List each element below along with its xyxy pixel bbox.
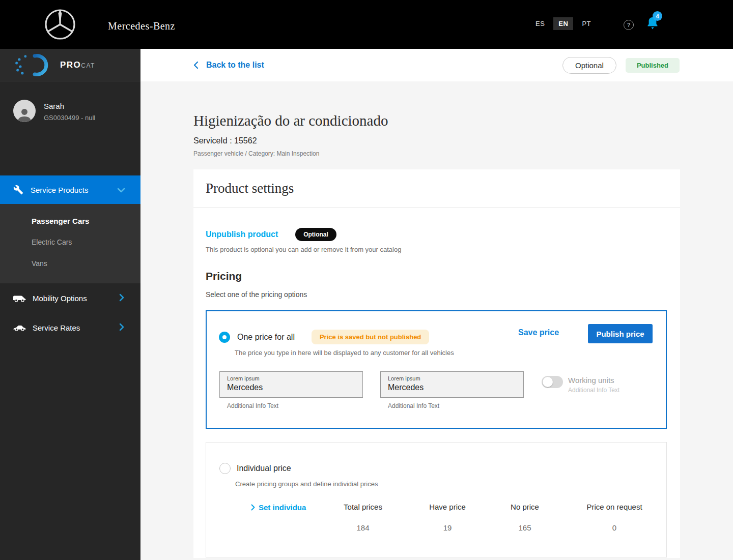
- working-units-control: Working units Additional Info Text: [542, 376, 619, 394]
- notification-count-badge: 4: [653, 11, 662, 21]
- working-units-toggle[interactable]: [542, 376, 563, 388]
- back-to-list-link[interactable]: Back to the list: [193, 61, 264, 70]
- set-individual-label: Set individua: [259, 503, 306, 512]
- publish-price-button[interactable]: Publish price: [588, 324, 653, 343]
- individual-price-description: Create pricing groups and define individ…: [235, 480, 378, 488]
- procat-wrench-icon: [15, 53, 57, 77]
- optional-button[interactable]: Optional: [562, 57, 616, 74]
- sidebar: PROCAT Sarah GS0030499 - null Service Pr…: [0, 49, 140, 560]
- mercedes-star-icon: [44, 9, 76, 42]
- one-price-radio[interactable]: [219, 332, 230, 343]
- page-title: Higienização do ar condicionado: [193, 111, 388, 130]
- lang-en[interactable]: EN: [553, 17, 573, 30]
- one-price-label: One price for all: [237, 333, 295, 342]
- service-id: ServiceId : 15562: [193, 136, 388, 145]
- set-individual-link[interactable]: Set individua: [251, 503, 306, 512]
- page-head: Higienização do ar condicionado ServiceI…: [193, 111, 388, 157]
- individual-price-label: Individual price: [237, 464, 291, 473]
- stat-total-prices: Total prices 184: [344, 503, 382, 532]
- field-helper: Additional Info Text: [227, 402, 278, 409]
- pricing-subtitle: Select one of the pricing options: [206, 290, 307, 299]
- app: Mercedes-Benz ES EN PT ? 4: [0, 0, 733, 560]
- sidebar-item-electric-cars[interactable]: Electric Cars: [0, 231, 140, 253]
- language-switcher: ES EN PT: [535, 17, 591, 30]
- sidebar-item-service-products[interactable]: Service Products: [0, 175, 140, 204]
- toggle-label: Working units: [568, 376, 619, 385]
- price-field-1[interactable]: Lorem ipsum Mercedes: [219, 371, 363, 398]
- brand-wordmark: Mercedes-Benz: [108, 20, 175, 32]
- toggle-knob: [543, 377, 553, 387]
- user-info: Sarah GS0030499 - null: [44, 100, 95, 122]
- individual-price-panel: Individual price Create pricing groups a…: [206, 442, 667, 557]
- stat-price-on-request: Price on request 0: [586, 503, 642, 532]
- service-products-submenu: Passenger Cars Electric Cars Vans: [0, 204, 140, 283]
- sidebar-item-vans[interactable]: Vans: [0, 253, 140, 274]
- chevron-right-icon: [119, 293, 124, 303]
- product-settings-card: Product settings Unpublish product Optio…: [193, 169, 680, 558]
- field-label: Lorem ipsum: [227, 375, 355, 381]
- notifications-bell[interactable]: 4: [647, 17, 659, 31]
- chevron-right-icon: [119, 323, 124, 333]
- one-price-panel: One price for all Price is saved but not…: [206, 310, 667, 429]
- sidebar-item-label: Service Products: [31, 186, 88, 194]
- action-bar-right: Optional Published: [562, 57, 680, 74]
- toggle-info: Working units Additional Info Text: [568, 376, 619, 394]
- field-label: Lorem ipsum: [388, 375, 516, 381]
- user-name: Sarah: [44, 102, 95, 110]
- field-helper: Additional Info Text: [388, 402, 439, 409]
- car-icon: [12, 324, 26, 331]
- top-header: Mercedes-Benz ES EN PT ? 4: [0, 0, 733, 49]
- chevron-right-icon: [251, 504, 255, 511]
- sidebar-item-mobility-options[interactable]: Mobility Options: [0, 283, 140, 313]
- user-profile: Sarah GS0030499 - null: [13, 100, 95, 122]
- field-value: Mercedes: [388, 383, 516, 392]
- pricing-heading: Pricing: [206, 270, 242, 282]
- stat-no-price: No price 165: [511, 503, 539, 532]
- unpublish-row: Unpublish product Optional: [206, 228, 336, 241]
- chevron-left-icon: [193, 61, 199, 69]
- procat-logo: PROCAT: [0, 49, 140, 81]
- lang-pt[interactable]: PT: [582, 20, 591, 27]
- unpublish-product-link[interactable]: Unpublish product: [206, 230, 278, 239]
- unpublish-description: This product is optional you can add or …: [206, 246, 401, 253]
- individual-price-radio[interactable]: [219, 463, 231, 474]
- one-price-row: One price for all Price is saved but not…: [219, 330, 429, 344]
- lang-es[interactable]: ES: [535, 20, 545, 27]
- van-icon: [12, 294, 26, 302]
- one-price-description: The price you type in here will be displ…: [235, 349, 454, 357]
- card-header: Product settings: [193, 169, 680, 208]
- back-label: Back to the list: [206, 61, 264, 70]
- sidebar-item-service-rates[interactable]: Service Rates: [0, 313, 140, 342]
- field-value: Mercedes: [227, 383, 355, 392]
- procat-wordmark: PROCAT: [60, 60, 95, 70]
- individual-price-row: Individual price: [219, 463, 291, 474]
- action-bar: Back to the list Optional Published: [140, 49, 733, 81]
- toggle-helper: Additional Info Text: [568, 387, 619, 394]
- user-id: GS0030499 - null: [44, 114, 95, 122]
- optional-pill-badge: Optional: [295, 228, 336, 241]
- save-price-link[interactable]: Save price: [518, 328, 559, 337]
- help-icon[interactable]: ?: [624, 20, 634, 30]
- price-field-2[interactable]: Lorem ipsum Mercedes: [380, 371, 524, 398]
- tools-icon: [13, 185, 23, 195]
- card-title: Product settings: [206, 181, 294, 196]
- sidebar-item-passenger-cars[interactable]: Passenger Cars: [0, 210, 140, 231]
- sidebar-item-label: Mobility Options: [33, 294, 87, 303]
- sidebar-item-label: Service Rates: [33, 323, 80, 332]
- published-badge: Published: [626, 58, 680, 73]
- chevron-down-icon: [117, 186, 125, 194]
- stat-have-price: Have price 19: [429, 503, 466, 532]
- avatar: [13, 100, 36, 122]
- category-line: Passenger vehicle / Category: Main Inspe…: [193, 150, 388, 157]
- price-status-badge: Price is saved but not published: [312, 330, 429, 344]
